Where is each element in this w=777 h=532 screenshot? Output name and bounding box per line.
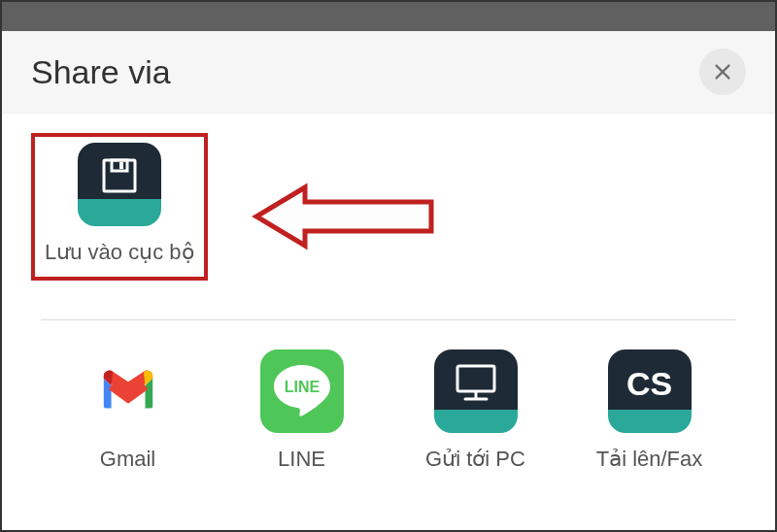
page-title: Share via <box>31 53 171 91</box>
gmail-button[interactable]: Gmail <box>60 349 196 472</box>
camscanner-icon: CS <box>608 349 692 433</box>
upload-fax-label: Tải lên/Fax <box>596 447 703 472</box>
svg-rect-4 <box>119 162 123 169</box>
status-bar <box>2 2 775 31</box>
send-pc-button[interactable]: Gửi tới PC <box>408 349 544 472</box>
close-icon <box>712 61 733 83</box>
line-label: LINE <box>278 447 325 472</box>
line-button[interactable]: LINE LINE <box>234 349 370 472</box>
save-local-icon <box>78 143 161 226</box>
share-content: Lưu vào cục bộ Gmail <box>2 114 775 472</box>
send-pc-label: Gửi tới PC <box>425 447 525 472</box>
cs-badge-text: CS <box>626 365 672 403</box>
line-icon: LINE <box>260 349 344 433</box>
svg-text:LINE: LINE <box>284 379 320 395</box>
divider <box>41 319 736 320</box>
highlighted-row: Lưu vào cục bộ <box>31 133 746 281</box>
save-local-button[interactable]: Lưu vào cục bộ <box>45 143 194 265</box>
save-local-label: Lưu vào cục bộ <box>45 240 194 265</box>
arrow-annotation <box>247 183 441 250</box>
apps-row: Gmail LINE LINE Gửi tới PC <box>31 349 746 472</box>
close-button[interactable] <box>699 49 746 95</box>
svg-rect-6 <box>457 366 494 391</box>
highlight-annotation: Lưu vào cục bộ <box>31 133 208 281</box>
share-header: Share via <box>2 31 775 114</box>
gmail-label: Gmail <box>100 447 155 472</box>
upload-fax-button[interactable]: CS Tải lên/Fax <box>582 349 718 472</box>
gmail-icon <box>86 349 170 433</box>
monitor-icon <box>434 349 518 433</box>
